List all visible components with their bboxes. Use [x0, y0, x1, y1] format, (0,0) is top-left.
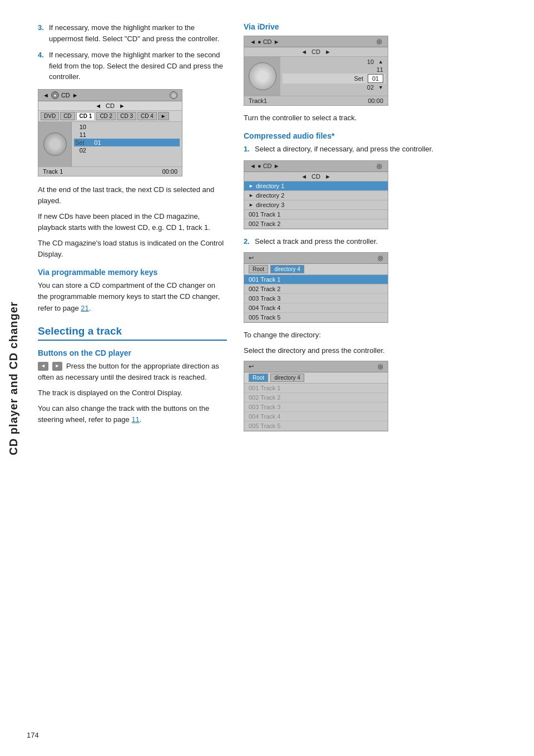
dir-change-header: ↩ ◎ — [244, 361, 388, 372]
step-3: 3. If necessary, move the highlight mark… — [38, 22, 227, 44]
screen-bottom-bar: Track 1 00:00 — [38, 166, 182, 176]
screen-body: 10 11 Set 01 02 — [38, 122, 182, 166]
sidebar-label: CD player and CD changer — [0, 0, 27, 756]
track-screen-corner-icon: ◎ — [378, 254, 383, 262]
idrive-track-set: Set 01 — [283, 73, 385, 84]
cd-bar-cd: CD — [106, 102, 115, 109]
track-10: 10 — [74, 123, 180, 131]
dir-item-2[interactable]: ► directory 2 — [244, 191, 388, 200]
track-breadcrumb: Root directory 4 — [244, 264, 388, 275]
idrive-track-02: 02 ▼ — [283, 84, 385, 91]
cd-bar-left: ◄ — [95, 102, 101, 109]
breadcrumb-root[interactable]: Root — [249, 265, 268, 273]
idrive-track-11: 11 — [283, 66, 385, 73]
track-label: Track 1 — [43, 168, 63, 175]
change-dir-text: Select the directory and press the contr… — [244, 345, 523, 356]
cd-text: CD — [61, 92, 70, 99]
dir-change-track-002[interactable]: 002 Track 2 — [244, 393, 388, 402]
track-list: 10 11 Set 01 02 — [72, 122, 182, 166]
idrive-track-time: 00:00 — [368, 97, 383, 104]
tab-cd3[interactable]: CD 3 — [117, 112, 136, 120]
track-set-01: Set 01 — [74, 139, 180, 146]
track-selection-screen: ↩ ◎ Root directory 4 001 Track 1 002 Tra… — [244, 252, 388, 323]
para-last-track: At the end of the last track, the next C… — [38, 184, 227, 207]
dir-arrow-2: ► — [249, 193, 254, 198]
cd-screen-mockup-1: ◄ ● CD ► ◎ ◄ CD ► DVD CD CD 1 CD 2 CD 3 — [38, 89, 182, 176]
step-4-num: 4. — [38, 50, 46, 82]
para-load-status: The CD magazine's load status is indicat… — [38, 238, 227, 260]
back-btn-icon: ◄ — [38, 362, 48, 371]
dir-change-corner-icon: ◎ — [378, 363, 383, 370]
track-row-003[interactable]: 003 Track 3 — [244, 294, 388, 303]
back-icon: ↩ — [249, 254, 254, 262]
cd-icon: ● — [51, 91, 59, 99]
idrive-cd-icon: ● — [258, 38, 261, 45]
right-column: Via iDrive ◄ ● CD ► ◎ ◄ CD ► — [244, 22, 523, 438]
dir-screen-top: ◄ ● CD ► ◎ — [244, 161, 388, 172]
track-row-005[interactable]: 005 Track 5 — [244, 313, 388, 322]
dir-item-track1[interactable]: 001 Track 1 — [244, 210, 388, 219]
tab-cd1[interactable]: CD 1 — [76, 112, 96, 120]
compressed-step-1-num: 1. — [244, 144, 251, 155]
dir-cd-icon: ● — [258, 163, 261, 169]
track-display-text: The track is displayed on the Control Di… — [38, 387, 227, 399]
track-row-002[interactable]: 002 Track 2 — [244, 284, 388, 294]
buttons-text: ◄ ► Press the button for the appropriate… — [38, 361, 227, 383]
breadcrumb-dir4-inactive[interactable]: directory 4 — [270, 374, 304, 382]
tab-arrow[interactable]: ► — [158, 112, 169, 120]
buttons-on-cd-heading: Buttons on the CD player — [38, 348, 227, 357]
compressed-step-2-text: Select a track and press the controller. — [255, 236, 378, 247]
step-4-text: If necessary, move the highlight marker … — [49, 50, 227, 82]
right-arrow-icon: ► — [72, 92, 78, 99]
corner-icon: ◎ — [170, 91, 177, 99]
steering-wheel-text: You can also change the track with the b… — [38, 403, 227, 425]
idrive-body: 10 ▲ 11 Set 01 02 ▼ — [244, 57, 388, 96]
dir-change-track-005[interactable]: 005 Track 5 — [244, 421, 388, 431]
idrive-bottom-bar: Track1 00:00 — [244, 96, 388, 105]
disc-circle-image — [249, 62, 276, 90]
compressed-step-1-text: Select a directory, if necessary, and pr… — [255, 144, 433, 155]
via-idrive-heading: Via iDrive — [244, 22, 523, 31]
dir-change-back-icon: ↩ — [249, 363, 254, 370]
set-value: 01 — [368, 74, 383, 83]
para-new-cds: If new CDs have been placed in the CD ma… — [38, 211, 227, 233]
directory-screen: ◄ ● CD ► ◎ ◄ CD ► ► directory 1 ► direct… — [244, 160, 388, 229]
tab-cd4[interactable]: CD 4 — [137, 112, 157, 120]
compressed-step-2: 2. Select a track and press the controll… — [244, 236, 523, 247]
disc-thumbnail — [38, 122, 72, 166]
change-dir-caption: To change the directory: — [244, 330, 523, 341]
tab-cd[interactable]: CD — [60, 112, 75, 120]
cd-bar-right: ► — [119, 102, 125, 109]
dir-arrow-3: ► — [249, 202, 254, 208]
step-3-text: If necessary, move the highlight marker … — [49, 22, 227, 44]
screen-cd-bar: ◄ CD ► — [38, 101, 182, 111]
forward-btn-icon: ► — [52, 362, 63, 371]
track-screen-header: ↩ ◎ — [244, 253, 388, 264]
idrive-top-bar: ◄ ● CD ► ◎ — [244, 36, 388, 47]
tab-cd2[interactable]: CD 2 — [96, 112, 116, 120]
step-4: 4. If necessary, move the highlight mark… — [38, 50, 227, 82]
idrive-caption: Turn the controller to select a track. — [244, 112, 523, 124]
dir-change-track-003[interactable]: 003 Track 3 — [244, 402, 388, 412]
track-row-004[interactable]: 004 Track 4 — [244, 303, 388, 313]
track-row-001[interactable]: 001 Track 1 — [244, 275, 388, 284]
idrive-cd-bar: ◄ CD ► — [244, 47, 388, 57]
idrive-track-10: 10 ▲ — [283, 58, 385, 66]
dir-corner-icon: ◎ — [377, 163, 382, 170]
dir-item-1[interactable]: ► directory 1 — [244, 181, 388, 191]
screen-tabs-bar: DVD CD CD 1 CD 2 CD 3 CD 4 ► — [38, 111, 182, 122]
dir-change-track-001[interactable]: 001 Track 1 — [244, 384, 388, 393]
dir-item-3[interactable]: ► directory 3 — [244, 200, 388, 210]
breadcrumb-dir4[interactable]: directory 4 — [270, 265, 304, 273]
dir-item-track2[interactable]: 002 Track 2 — [244, 219, 388, 229]
screen-top-bar: ◄ ● CD ► ◎ — [38, 90, 182, 101]
dir-arrow-1: ► — [249, 183, 254, 189]
breadcrumb-root-active[interactable]: Root — [249, 374, 268, 382]
track-02: 02 — [74, 146, 180, 154]
track-time: 00:00 — [162, 168, 177, 175]
dir-change-screen: ↩ ◎ Root directory 4 001 Track 1 002 Tra… — [244, 361, 388, 431]
left-arrow-icon: ◄ — [43, 92, 49, 99]
via-programmable-text: You can store a CD compartment of the CD… — [38, 280, 227, 313]
tab-dvd[interactable]: DVD — [41, 112, 59, 120]
dir-change-track-004[interactable]: 004 Track 4 — [244, 412, 388, 421]
